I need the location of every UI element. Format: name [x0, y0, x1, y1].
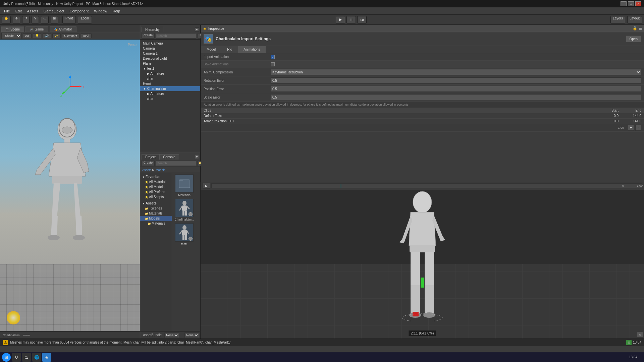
open-button[interactable]: Open [626, 36, 641, 42]
bake-animations-checkbox[interactable] [271, 62, 275, 66]
hier-charfinalaim[interactable]: ▼ Charfinalaim [140, 86, 200, 91]
tree-all-material[interactable]: ⭐All Material [140, 179, 172, 184]
tree-materials[interactable]: 📁Materials [140, 211, 172, 216]
taskbar-explorer-icon[interactable]: 🗂 [22, 353, 31, 362]
clip-add-button[interactable]: + [628, 125, 634, 131]
maximize-button[interactable]: □ [628, 1, 634, 6]
search-scene[interactable]: ⊞All [81, 34, 92, 38]
taskbar-icon-1[interactable]: ⊞ [626, 340, 632, 345]
menu-component[interactable]: Component [67, 8, 91, 14]
layers-dropdown[interactable]: Layers [610, 16, 625, 23]
menu-assets[interactable]: Assets [24, 8, 41, 14]
project-search-input[interactable] [156, 161, 196, 166]
lock-icon[interactable]: 🔒 [633, 26, 637, 31]
tab-project[interactable]: Project [142, 154, 159, 160]
anim-timeline[interactable] [211, 183, 642, 188]
import-animation-checkbox[interactable]: ✓ [271, 55, 275, 59]
hier-char-1[interactable]: char [140, 76, 200, 81]
tool-rect[interactable]: ▭ [41, 16, 49, 23]
asset-bundle-select[interactable]: None [164, 333, 179, 338]
gizmos-dropdown[interactable]: Gizmos ▾ [62, 34, 79, 38]
project-lock-icon[interactable]: ▼ [195, 155, 199, 159]
hier-armature-1[interactable]: ▶ Armature [140, 71, 200, 76]
tree-favorites[interactable]: ▼Favorites [140, 174, 172, 179]
audio-button[interactable]: 🔊 [43, 34, 51, 38]
breadcrumb-assets[interactable]: Assets [142, 168, 151, 172]
viewport-corner-icon[interactable]: ⊕ [637, 332, 643, 337]
taskbar-code-icon[interactable]: ◈ [42, 353, 51, 362]
clip-row-default[interactable]: Default Take 0.0 144.0 [201, 113, 644, 119]
tool-scale[interactable]: ⤡ [32, 16, 39, 23]
tool-move[interactable]: ✛ [13, 16, 20, 23]
close-button[interactable]: ✕ [635, 1, 641, 6]
asset-materials-folder[interactable]: Materials [173, 174, 195, 197]
anim-viewport[interactable]: 2:11 (041.0%) ⊕ [201, 190, 644, 339]
pivot-button[interactable]: Pivot [62, 16, 76, 23]
lights-button[interactable]: 💡 [33, 34, 41, 38]
menu-gameobject[interactable]: GameObject [41, 8, 67, 14]
taskbar-unity-icon[interactable]: U [12, 353, 21, 362]
tree-all-prefabs[interactable]: ⭐All Prefabs [140, 189, 172, 194]
tab-animations[interactable]: Animations [238, 46, 266, 53]
tab-model[interactable]: Model [201, 46, 221, 53]
menu-help[interactable]: Help [110, 8, 123, 14]
hierarchy-content[interactable]: Main Camera Camera Camera 1 Directional … [140, 40, 200, 152]
scale-error-input[interactable] [271, 94, 641, 100]
tab-game[interactable]: 🎮Game [25, 26, 48, 32]
asset-test1[interactable]: test1 [173, 223, 195, 246]
breadcrumb-models[interactable]: Models [156, 168, 165, 172]
tree-models[interactable]: 📁Models [140, 216, 172, 221]
2d-button[interactable]: 2D [23, 34, 32, 38]
tool-transform[interactable]: ⊞ [51, 16, 58, 23]
asset-bundle-variant-select[interactable]: None [184, 333, 199, 338]
tab-scene[interactable]: 🎬Scene [1, 26, 24, 32]
hier-armature-2[interactable]: ▶ Armature [140, 91, 200, 96]
anim-compression-select[interactable]: Keyframe Reduction Optimal Off [271, 69, 641, 75]
tree-assets[interactable]: ▼Assets [140, 201, 172, 206]
clip-remove-button[interactable]: - [635, 125, 641, 131]
tab-rig[interactable]: Rig [221, 46, 238, 53]
hier-plane[interactable]: Plane [140, 61, 200, 66]
pause-button[interactable]: ⏸ [346, 16, 356, 23]
local-button[interactable]: Local [78, 16, 92, 23]
hierarchy-lock-icon[interactable]: ▼ [195, 27, 199, 32]
effects-button[interactable]: ✨ [52, 34, 61, 38]
tree-all-scripts[interactable]: ⭐All Scripts [140, 194, 172, 199]
menu-file[interactable]: File [1, 8, 13, 14]
layout-dropdown[interactable]: Layout [627, 16, 642, 23]
menu-edit[interactable]: Edit [13, 8, 24, 14]
inspector-menu-icon[interactable]: ☰ [639, 26, 642, 31]
asset-charfinalaim[interactable]: Charfinalaim... [173, 199, 195, 221]
rotation-error-input[interactable] [271, 77, 641, 83]
tree-scenes[interactable]: 📁_Scenes [140, 206, 172, 211]
shading-dropdown[interactable]: Shaded [1, 33, 21, 39]
play-button[interactable]: ▶ [336, 16, 345, 23]
tool-hand[interactable]: ✋ [2, 16, 11, 23]
tool-rotate[interactable]: ↺ [22, 16, 30, 23]
project-create-button[interactable]: Create [142, 161, 155, 166]
tab-animator[interactable]: 🎭Animator [50, 26, 76, 32]
tree-materials-sub[interactable]: 📁Materials [140, 221, 172, 226]
anim-play-button[interactable]: ▶ [203, 183, 210, 189]
hier-camera[interactable]: Camera [140, 46, 200, 51]
scene-view[interactable]: Y X Z Persp [0, 40, 140, 331]
position-error-input[interactable] [271, 86, 641, 92]
taskbar-start-icon[interactable]: ⊞ [2, 353, 11, 362]
hier-char-2[interactable]: char [140, 96, 200, 101]
hierarchy-create-button[interactable]: Create [142, 33, 155, 39]
hier-test1[interactable]: ▼ test1 [140, 66, 200, 71]
taskbar-chrome-icon[interactable]: 🌐 [32, 353, 41, 362]
hierarchy-search-input[interactable] [156, 33, 196, 39]
tab-console[interactable]: Console [159, 154, 179, 160]
hier-main-camera[interactable]: Main Camera [140, 41, 200, 46]
step-button[interactable]: ⏭ [357, 16, 367, 23]
hier-hemi[interactable]: Hemi [140, 81, 200, 86]
tab-hierarchy[interactable]: Hierarchy [142, 27, 163, 32]
clip-row-armature[interactable]: ArmatureAction_001 0.0 141.0 [201, 119, 644, 124]
hier-camera-1[interactable]: Camera 1 [140, 51, 200, 56]
tree-all-models[interactable]: ⭐All Models [140, 184, 172, 189]
minimize-button[interactable]: ─ [621, 1, 627, 6]
toolbar-sep-1 [60, 16, 60, 23]
menu-window[interactable]: Window [91, 8, 110, 14]
hier-directional-light[interactable]: Directional Light [140, 56, 200, 61]
